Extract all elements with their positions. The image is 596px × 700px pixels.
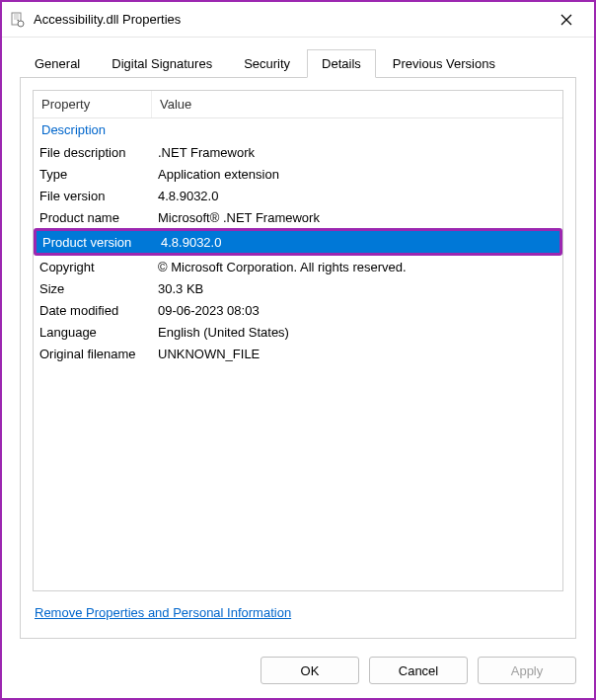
row-language[interactable]: Language English (United States) — [34, 321, 562, 343]
details-panel: Property Value Description File descript… — [20, 78, 576, 639]
row-type[interactable]: Type Application extension — [34, 163, 562, 185]
content-area: General Digital Signatures Security Deta… — [2, 38, 594, 647]
close-icon — [560, 14, 572, 26]
svg-point-1 — [18, 21, 24, 27]
highlight-annotation: Product version 4.8.9032.0 — [34, 228, 562, 256]
prop-value: 4.8.9032.0 — [155, 233, 559, 252]
column-value[interactable]: Value — [152, 91, 562, 117]
row-copyright[interactable]: Copyright © Microsoft Corporation. All r… — [34, 256, 562, 277]
prop-label: Original filename — [34, 345, 152, 363]
properties-grid: Property Value Description File descript… — [33, 90, 563, 591]
prop-value: UNKNOWN_FILE — [152, 345, 562, 363]
row-file-version[interactable]: File version 4.8.9032.0 — [34, 185, 562, 206]
ok-button[interactable]: OK — [261, 657, 359, 684]
row-size[interactable]: Size 30.3 KB — [34, 277, 562, 299]
prop-label: Date modified — [34, 301, 152, 320]
prop-label: Copyright — [34, 258, 152, 276]
cancel-button[interactable]: Cancel — [369, 657, 468, 684]
apply-button[interactable]: Apply — [478, 657, 576, 684]
row-original-filename[interactable]: Original filename UNKNOWN_FILE — [34, 343, 562, 364]
row-file-description[interactable]: File description .NET Framework — [34, 141, 562, 163]
row-date-modified[interactable]: Date modified 09-06-2023 08:03 — [34, 299, 562, 321]
prop-value: 09-06-2023 08:03 — [152, 301, 562, 320]
prop-value: .NET Framework — [152, 143, 562, 162]
prop-label: File description — [34, 143, 152, 162]
prop-value: English (United States) — [152, 323, 562, 342]
dialog-buttons: OK Cancel Apply — [2, 647, 594, 698]
row-product-name[interactable]: Product name Microsoft® .NET Framework — [34, 206, 562, 228]
column-property[interactable]: Property — [34, 91, 152, 117]
tab-previous-versions[interactable]: Previous Versions — [378, 49, 510, 77]
tab-details[interactable]: Details — [307, 49, 376, 78]
file-properties-icon — [10, 12, 26, 28]
prop-value: Application extension — [152, 165, 562, 184]
tab-general[interactable]: General — [20, 49, 95, 77]
prop-label: File version — [34, 187, 152, 205]
prop-value: Microsoft® .NET Framework — [152, 208, 562, 227]
row-product-version[interactable]: Product version 4.8.9032.0 — [37, 231, 559, 253]
prop-label: Language — [34, 323, 152, 342]
tab-security[interactable]: Security — [229, 49, 305, 77]
prop-value: 4.8.9032.0 — [152, 187, 562, 205]
prop-value: © Microsoft Corporation. All rights rese… — [152, 258, 562, 276]
prop-value: 30.3 KB — [152, 279, 562, 298]
prop-label: Product name — [34, 208, 152, 227]
titlebar: Accessibility.dll Properties — [2, 2, 594, 38]
tab-digital-signatures[interactable]: Digital Signatures — [97, 49, 227, 77]
grid-header: Property Value — [34, 91, 562, 118]
remove-properties-link[interactable]: Remove Properties and Personal Informati… — [33, 591, 563, 626]
window-title: Accessibility.dll Properties — [34, 12, 547, 27]
prop-label: Product version — [37, 233, 155, 252]
tab-strip: General Digital Signatures Security Deta… — [20, 49, 576, 78]
prop-label: Size — [34, 279, 152, 298]
close-button[interactable] — [547, 2, 586, 38]
grid-body: Description File description .NET Framew… — [34, 118, 562, 590]
svg-rect-2 — [18, 20, 20, 21]
prop-label: Type — [34, 165, 152, 184]
section-description: Description — [34, 118, 562, 141]
